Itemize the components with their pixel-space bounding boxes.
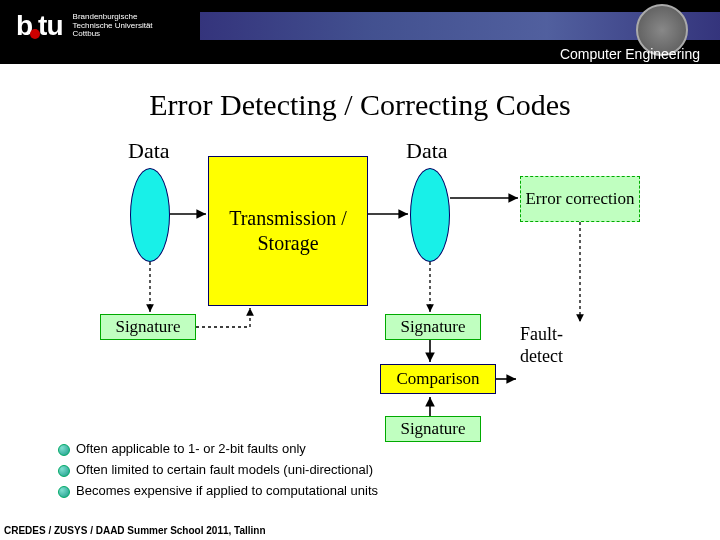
comparison-box: Comparison — [380, 364, 496, 394]
logo: btu Brandenburgische Technische Universi… — [16, 10, 153, 42]
logo-subtitle: Brandenburgische Technische Universität … — [73, 13, 153, 39]
bullet-item: Becomes expensive if applied to computat… — [58, 483, 458, 500]
fault-detect-label: Fault- detect — [520, 324, 563, 367]
bullet-item: Often limited to certain fault models (u… — [58, 462, 458, 479]
bullet-item: Often applicable to 1- or 2-bit faults o… — [58, 441, 458, 458]
transmission-box: Transmission / Storage — [208, 156, 368, 306]
department-label: Computer Engineering — [560, 46, 700, 62]
signature-box-right: Signature — [385, 314, 481, 340]
label-data-right: Data — [406, 138, 448, 164]
data-ellipse-right — [410, 168, 450, 262]
bullet-list: Often applicable to 1- or 2-bit faults o… — [58, 441, 458, 504]
logo-mark: btu — [16, 10, 63, 42]
data-ellipse-left — [130, 168, 170, 262]
diagram: Data Data Transmission / Storage Error c… — [10, 138, 710, 448]
signature-box-left: Signature — [100, 314, 196, 340]
label-data-left: Data — [128, 138, 170, 164]
slide-title: Error Detecting / Correcting Codes — [0, 88, 720, 122]
signature-box-bottom: Signature — [385, 416, 481, 442]
slide-header: btu Brandenburgische Technische Universi… — [0, 0, 720, 64]
footer-text: CREDES / ZUSYS / DAAD Summer School 2011… — [4, 525, 266, 536]
error-correction-box: Error correction — [520, 176, 640, 222]
